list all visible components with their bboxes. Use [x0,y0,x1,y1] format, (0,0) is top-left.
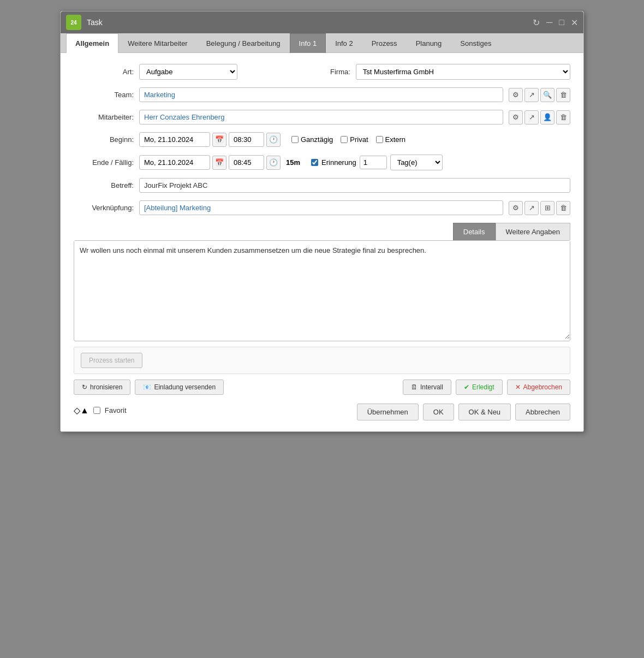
bottom-bar: Prozess starten [74,347,570,374]
abbrechen-button[interactable]: Abbrechen [515,404,570,420]
synchronisieren-button[interactable]: ↻ hronisieren [74,380,130,395]
art-label: Art: [74,68,134,76]
beginn-row: Beginn: 📅 🕐 Ganztägig Privat Extern [74,132,570,147]
betreff-input[interactable] [139,178,570,193]
privat-checkbox-item[interactable]: Privat [341,135,368,144]
erinnerung-unit-select[interactable]: Tag(e) Stunde(n) Minute(n) [390,155,443,170]
verknuepfung-settings-icon[interactable]: ⚙ [509,201,523,215]
erledigt-button[interactable]: ✔ Erledigt [456,380,503,395]
team-input[interactable] [139,87,503,102]
favorit-label: Favorit [105,406,127,414]
maximize-icon[interactable]: □ [559,17,564,27]
erinnerung-group: Erinnerung Tag(e) Stunde(n) Minute(n) [311,155,443,170]
mitarbeiter-field [139,110,503,125]
minimize-icon[interactable]: ─ [546,17,552,27]
beginn-checkboxes: Ganztägig Privat Extern [291,135,406,144]
tab-info1[interactable]: Info 1 [290,33,326,53]
mitarbeiter-icons: ⚙ ↗ 👤 🗑 [509,110,570,125]
tab-info2[interactable]: Info 2 [326,33,362,53]
detail-tab-weitere[interactable]: Weitere Angaben [496,223,571,240]
window-title: Task [87,18,527,27]
verknuepfung-open-icon[interactable]: ↗ [524,201,539,215]
close-icon[interactable]: ✕ [571,17,578,28]
abgebrochen-button[interactable]: ✕ Abgebrochen [507,380,570,395]
tab-weitere-mitarbeiter[interactable]: Weitere Mitarbeiter [118,33,197,53]
footer-buttons: Übernehmen OK OK & Neu Abbrechen [357,400,570,420]
mitarbeiter-row: Mitarbeiter: ⚙ ↗ 👤 🗑 [74,110,570,125]
verknuepfung-row: Verknüpfung: ⚙ ↗ ⊞ 🗑 [74,200,570,215]
ganztaegig-checkbox[interactable] [291,136,299,143]
privat-label: Privat [350,135,368,144]
tab-sonstiges[interactable]: Sonstiges [451,33,500,53]
window-controls: ↻ ─ □ ✕ [533,17,578,28]
betreff-label: Betreff: [74,181,134,189]
duration-label: 15m [286,158,300,167]
intervall-button[interactable]: 🗓 Intervall [403,380,451,395]
ende-time-input[interactable] [229,155,264,170]
ende-calendar-icon[interactable]: 📅 [212,156,226,170]
details-textarea-wrap: Wr wollen uns noch einmal mit unserem Ku… [74,240,570,341]
firma-label: Firma: [330,68,350,76]
extern-checkbox[interactable] [376,136,383,143]
team-delete-icon[interactable]: 🗑 [556,88,570,102]
team-search-icon[interactable]: 🔍 [540,88,554,102]
erinnerung-value-input[interactable] [360,156,387,169]
tab-planung[interactable]: Planung [407,33,451,53]
extern-checkbox-item[interactable]: Extern [376,135,406,144]
beginn-date-input[interactable] [139,132,210,147]
einladung-label: Einladung versenden [154,383,216,391]
team-settings-icon[interactable]: ⚙ [509,88,523,102]
mitarbeiter-open-icon[interactable]: ↗ [524,110,539,125]
firma-select[interactable]: Tst Musterfirma GmbH [356,64,570,80]
verknuepfung-icons: ⚙ ↗ ⊞ 🗑 [509,201,570,215]
favorit-row: ◇▲ Favorit [74,403,127,418]
app-icon: 24 [66,15,81,30]
art-select[interactable]: Aufgabe [139,64,237,80]
einladung-button[interactable]: 📧 Einladung versenden [135,380,224,395]
team-open-icon[interactable]: ↗ [524,88,539,102]
tab-allgemein[interactable]: Allgemein [66,33,118,53]
mitarbeiter-input[interactable] [139,110,503,125]
details-textarea[interactable]: Wr wollen uns noch einmal mit unserem Ku… [74,241,570,339]
detail-tabs: Details Weitere Angaben [453,223,570,240]
verknuepfung-field [139,200,503,215]
tab-prozess[interactable]: Prozess [362,33,407,53]
favorit-checkbox[interactable] [93,407,100,414]
ganztaegig-checkbox-item[interactable]: Ganztägig [291,135,333,144]
synchronisieren-icon: ↻ [82,383,87,391]
ende-date-input[interactable] [139,155,210,170]
beginn-clock-icon[interactable]: 🕐 [266,133,281,147]
uebernehmen-button[interactable]: Übernehmen [357,404,419,420]
beginn-calendar-icon[interactable]: 📅 [212,133,226,147]
intervall-label: Intervall [420,383,443,391]
team-field [139,87,503,102]
erinnerung-checkbox[interactable] [311,159,318,166]
betreff-field [139,178,570,193]
firma-field-group: Firma: Tst Musterfirma GmbH [330,64,570,80]
abgebrochen-icon: ✕ [515,383,521,391]
ende-label: Ende / Fällig: [74,158,134,167]
detail-tab-details[interactable]: Details [453,223,496,240]
erinnerung-label: Erinnerung [321,158,356,167]
ok-button[interactable]: OK [423,404,454,420]
verknuepfung-label: Verknüpfung: [74,204,134,212]
beginn-time-input[interactable] [229,132,264,147]
mitarbeiter-person-icon[interactable]: 👤 [540,110,554,125]
synchronisieren-label: hronisieren [90,383,122,391]
action-buttons-row: ↻ hronisieren 📧 Einladung versenden 🗓 In… [74,380,570,395]
tab-belegung[interactable]: Belegung / Bearbeitung [197,33,290,53]
mitarbeiter-settings-icon[interactable]: ⚙ [509,110,523,125]
ok-neu-button[interactable]: OK & Neu [458,404,511,420]
verknuepfung-input[interactable] [139,200,503,215]
art-firma-row: Art: Aufgabe Firma: Tst Musterfirma GmbH [74,64,570,80]
main-window: 24 Task ↻ ─ □ ✕ Allgemein Weitere Mitarb… [60,11,584,432]
ende-clock-icon[interactable]: 🕐 [266,156,281,170]
prozess-starten-button[interactable]: Prozess starten [81,353,142,368]
mitarbeiter-delete-icon[interactable]: 🗑 [556,110,570,125]
title-bar: 24 Task ↻ ─ □ ✕ [61,11,583,33]
verknuepfung-link-icon[interactable]: ⊞ [540,201,554,215]
beginn-label: Beginn: [74,135,134,144]
refresh-icon[interactable]: ↻ [533,17,540,28]
verknuepfung-delete-icon[interactable]: 🗑 [556,201,570,215]
privat-checkbox[interactable] [341,136,348,143]
